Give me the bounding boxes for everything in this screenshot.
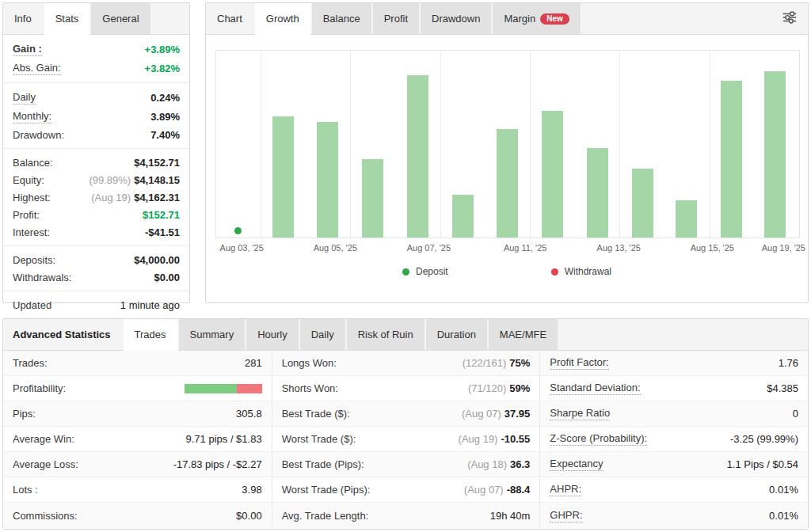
stat-row-worst-trade-pips: Worst Trade (Pips):(Aug 07)-88.4 [272,477,540,503]
stat-label[interactable]: Abs. Gain: [13,62,61,75]
sliders-icon [781,9,798,29]
stat-row-average-win: Average Win:9.71 pips / $1.83 [3,427,272,452]
stats-column: Longs Won:(122/161)75%Shorts Won:(71/120… [272,351,540,528]
stats-tab-mae-mfe[interactable]: MAE/MFE [489,319,558,350]
chart-tab-balance[interactable]: Balance [312,3,371,34]
stat-row-standard-deviation: Standard Deviation:$4.385 [540,376,808,401]
stat-row-avg-trade-length: Avg. Trade Length:19h 40m [272,503,540,528]
new-badge: New [540,13,569,25]
legend-item-withdrawal[interactable]: Withdrawal [551,266,611,277]
profitability-bar[interactable] [185,384,262,393]
chart-tab-margin[interactable]: MarginNew [493,3,580,34]
growth-bar[interactable] [764,71,786,238]
stat-value-note: (99.89%) [89,174,131,186]
stat-label[interactable]: Sharpe Ratio [550,407,610,420]
stat-value: (Aug 18)36.3 [467,458,530,470]
stat-label: Equity: [13,174,44,186]
stat-value: $4.385 [767,382,798,394]
growth-bar[interactable] [407,75,428,238]
stat-row-updated: Updated1 minute ago [3,296,189,314]
stat-row-lots: Lots :3.98 [3,477,272,503]
growth-bar[interactable] [452,195,474,238]
x-axis-tick-label: Aug 11, '25 [504,243,547,253]
tab-label: Daily [311,329,334,340]
deposit-marker[interactable] [234,227,242,234]
stat-label[interactable]: Z-Score (Probability): [550,432,647,446]
growth-bar[interactable] [542,111,563,238]
growth-bar[interactable] [721,81,742,238]
x-axis-tick-label: Aug 07, '25 [407,243,451,253]
x-axis-tick-label: Aug 15, '25 [691,243,734,253]
x-axis-tick-label: Aug 13, '25 [597,243,641,253]
growth-bar[interactable] [587,148,608,238]
stats-tab-risk-of-ruin[interactable]: Risk of Ruin [347,319,425,350]
tab-label: General [102,13,139,25]
left-tab-info[interactable]: Info [3,3,43,34]
stat-value: $0.00 [154,272,180,283]
growth-bar[interactable] [317,122,338,238]
stat-value: (Aug 19)$4,162.31 [91,192,180,203]
stat-label: Commissions: [13,510,78,522]
stat-row-ghpr: GHPR:0.01% [540,503,808,528]
stat-label[interactable]: GHPR: [550,509,582,522]
chart-tab-drawdown[interactable]: Drawdown [421,3,491,34]
chart-panel: ChartGrowthBalanceProfitDrawdownMarginNe… [205,2,809,303]
legend-item-deposit[interactable]: Deposit [402,266,448,277]
chart-settings-button[interactable] [771,3,808,34]
stat-label: Deposits: [13,254,55,266]
stat-label[interactable]: Expectancy [550,458,603,471]
tab-label: Profit [384,13,408,25]
tab-label: Risk of Ruin [358,329,413,340]
stat-value: 1 minute ago [120,299,180,311]
stat-label[interactable]: Standard Deviation: [550,382,640,395]
stat-row-commissions: Commissions:$0.00 [3,503,272,528]
stats-group: Daily0.24%Monthly:3.89%Drawdown:7.40% [3,83,189,149]
stat-label[interactable]: Monthly: [13,110,51,124]
growth-bar[interactable] [632,169,653,238]
stat-row-monthly: Monthly:3.89% [3,107,189,126]
stats-tab-daily[interactable]: Daily [300,319,345,350]
x-axis-tick-label: Aug 05, '25 [314,243,357,253]
growth-bar[interactable] [676,200,697,238]
stat-value: 0.01% [769,510,798,522]
vertical-gridline [440,51,441,238]
stats-tab-hourly[interactable]: Hourly [246,319,299,350]
stats-tab-summary[interactable]: Summary [179,319,246,350]
chart-tab-growth[interactable]: Growth [255,3,310,35]
stat-label: Best Trade ($): [282,408,350,420]
x-axis-tick-label: Aug 03, '25 [220,243,264,253]
stats-group: Gain :+3.89%Abs. Gain:+3.82% [3,35,189,83]
stat-label: Avg. Trade Length: [282,510,369,522]
stat-label: Drawdown: [13,129,64,141]
tab-label: Stats [55,13,79,25]
stat-label[interactable]: Daily [13,91,36,104]
stat-row-z-score-probability: Z-Score (Probability):-3.25 (99.99%) [540,427,808,452]
stat-label[interactable]: Profit Factor: [550,356,608,370]
tab-label: Hourly [257,329,287,340]
stat-row-profit: Profit:$152.71 [3,206,189,223]
chart-tab-chart[interactable]: Chart [206,3,253,34]
advanced-statistics-title: Advanced Statistics [3,319,124,350]
withdrawal-dot-icon [551,268,558,276]
stat-row-drawdown: Drawdown:7.40% [3,126,189,143]
growth-bar[interactable] [272,116,294,238]
stat-label[interactable]: Gain : [13,43,42,56]
stat-label: Average Win: [13,433,74,445]
stats-tab-trades[interactable]: Trades [124,319,177,351]
stat-row-pips: Pips:305.8 [3,401,272,427]
stat-value: 281 [245,357,262,369]
chart-tab-profit[interactable]: Profit [373,3,419,34]
stat-label[interactable]: AHPR: [550,483,581,496]
growth-bar[interactable] [362,159,383,238]
x-axis-tick-label: Aug 19, '25 [762,243,805,253]
deposit-dot-icon [402,268,409,276]
left-tab-stats[interactable]: Stats [44,3,90,35]
stat-label: Worst Trade ($): [282,433,356,445]
stat-row-balance: Balance:$4,152.71 [3,154,189,171]
growth-bar[interactable] [497,129,518,238]
stats-tab-duration[interactable]: Duration [426,319,487,350]
stat-row-best-trade-pips: Best Trade (Pips):(Aug 18)36.3 [272,452,540,477]
stat-value-note: (Aug 19) [91,192,131,203]
left-tab-general[interactable]: General [91,3,150,34]
stats-column: Trades:281Profitability:Pips:305.8Averag… [3,351,272,528]
